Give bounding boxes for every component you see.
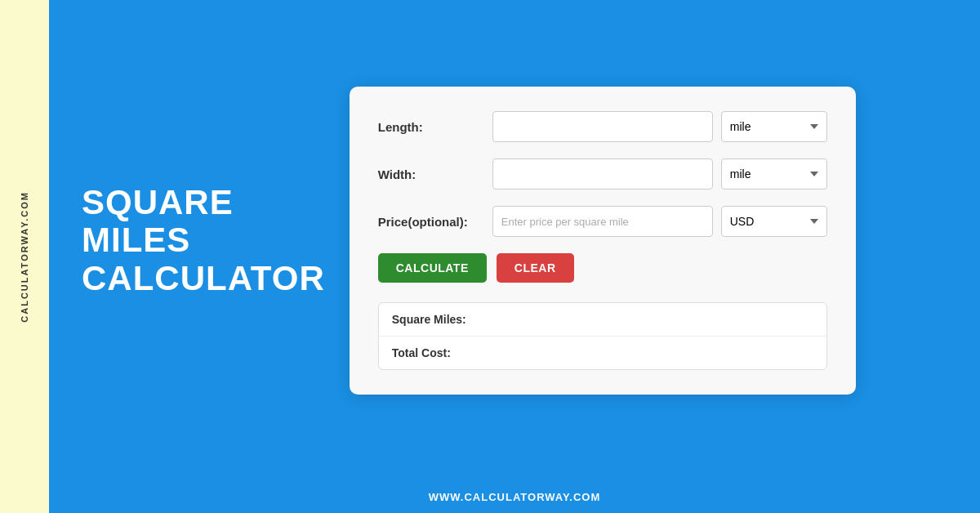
length-input[interactable] bbox=[492, 111, 713, 142]
length-label: Length: bbox=[378, 120, 492, 134]
price-label: Price(optional): bbox=[378, 215, 492, 229]
main-area: SQUARE MILES CALCULATOR Length: mile yar… bbox=[49, 0, 980, 513]
footer: WWW.CALCULATORWAY.COM bbox=[49, 481, 980, 513]
calculate-button[interactable]: CALCULATE bbox=[378, 253, 487, 283]
width-input[interactable] bbox=[492, 158, 713, 190]
footer-url: WWW.CALCULATORWAY.COM bbox=[429, 491, 600, 503]
calculator-card: Length: mile yard foot inch kilometer me… bbox=[350, 87, 856, 395]
price-input[interactable] bbox=[492, 206, 713, 237]
price-unit-select[interactable]: USD EUR GBP bbox=[721, 206, 827, 237]
total-cost-result-row: Total Cost: bbox=[379, 337, 826, 369]
width-row: Width: mile yard foot inch kilometer met… bbox=[378, 158, 827, 190]
width-label: Width: bbox=[378, 167, 492, 181]
price-row: Price(optional): USD EUR GBP bbox=[378, 206, 827, 237]
total-cost-label: Total Cost: bbox=[392, 346, 506, 359]
buttons-row: CALCULATE CLEAR bbox=[378, 253, 827, 283]
length-row: Length: mile yard foot inch kilometer me… bbox=[378, 111, 827, 142]
content-row: SQUARE MILES CALCULATOR Length: mile yar… bbox=[49, 0, 980, 481]
width-unit-select[interactable]: mile yard foot inch kilometer meter cent… bbox=[721, 158, 827, 190]
results-section: Square Miles: Total Cost: bbox=[378, 302, 827, 370]
sidebar-strip: CALCULATORWAY.COM bbox=[0, 0, 49, 513]
clear-button[interactable]: CLEAR bbox=[497, 253, 574, 283]
square-miles-label: Square Miles: bbox=[392, 313, 506, 326]
title-section: SQUARE MILES CALCULATOR bbox=[82, 184, 350, 297]
page-title: SQUARE MILES CALCULATOR bbox=[82, 184, 325, 297]
square-miles-result-row: Square Miles: bbox=[379, 303, 826, 337]
sidebar-brand-text: CALCULATORWAY.COM bbox=[20, 191, 29, 323]
length-unit-select[interactable]: mile yard foot inch kilometer meter cent… bbox=[721, 111, 827, 142]
